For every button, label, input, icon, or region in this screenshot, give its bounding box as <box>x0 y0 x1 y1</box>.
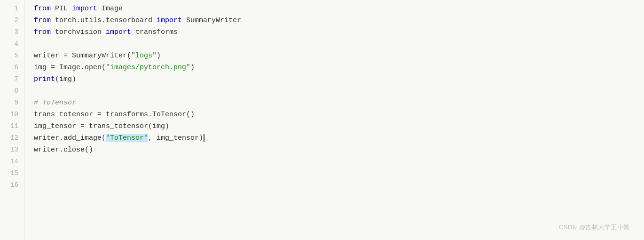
string-literal-selected: "ToTensor" <box>106 134 148 142</box>
code-line: writer = SummaryWriter("logs") <box>34 50 644 62</box>
keyword: from <box>34 5 51 13</box>
code-line: print(img) <box>34 73 644 85</box>
code-editor: 12345678910111213141516 from PIL import … <box>0 0 644 240</box>
line-number: 11 <box>0 120 24 132</box>
watermark: CSDN @吉林大学王小赣 <box>559 223 630 232</box>
text-cursor <box>204 134 204 142</box>
code-text: writer = SummaryWriter( <box>34 52 131 60</box>
code-text: torchvision <box>51 28 106 36</box>
code-line: trans_totensor = transforms.ToTensor() <box>34 109 644 120</box>
line-number: 12 <box>0 132 24 144</box>
keyword: from <box>34 28 51 36</box>
code-text: PIL <box>51 5 72 13</box>
comment: # ToTensor <box>34 99 76 107</box>
code-text: writer.close() <box>34 146 93 154</box>
code-text: (img) <box>55 75 76 83</box>
line-number: 2 <box>0 15 24 26</box>
code-line <box>34 179 644 191</box>
line-number: 6 <box>0 62 24 73</box>
code-line: img = Image.open("images/pytorch.png") <box>34 62 644 73</box>
code-line: from PIL import Image <box>34 3 644 15</box>
line-number: 13 <box>0 144 24 156</box>
keyword: print <box>34 75 55 83</box>
code-text: transforms <box>131 28 178 36</box>
code-line <box>34 85 644 97</box>
code-line <box>34 156 644 168</box>
code-text: img_tensor = trans_totensor(img) <box>34 122 169 130</box>
keyword: import <box>157 16 182 24</box>
code-text: ) <box>190 64 195 72</box>
code-line: img_tensor = trans_totensor(img) <box>34 120 644 132</box>
string-literal: "images/pytorch.png" <box>106 64 190 72</box>
code-text: img = Image.open( <box>34 64 106 72</box>
line-number: 10 <box>0 109 24 120</box>
keyword: import <box>106 28 131 36</box>
line-number: 16 <box>0 179 24 191</box>
line-number: 9 <box>0 97 24 109</box>
line-number: 5 <box>0 50 24 62</box>
keyword: from <box>34 16 51 24</box>
line-number: 15 <box>0 168 24 179</box>
code-line <box>34 168 644 179</box>
string-literal: "logs" <box>131 52 157 60</box>
code-line: writer.add_image("ToTensor", img_tensor) <box>34 132 644 144</box>
code-text: writer.add_image( <box>34 134 106 142</box>
code-text: Image <box>97 5 123 13</box>
line-number: 4 <box>0 38 24 50</box>
line-number: 7 <box>0 73 24 85</box>
code-text: torch.utils.tensorboard <box>51 16 157 24</box>
line-number: 14 <box>0 156 24 168</box>
line-number: 1 <box>0 3 24 15</box>
code-line: # ToTensor <box>34 97 644 109</box>
line-number: 3 <box>0 26 24 38</box>
code-area[interactable]: from PIL import Imagefrom torch.utils.te… <box>24 0 644 240</box>
code-line: writer.close() <box>34 144 644 156</box>
code-text: trans_totensor = transforms.ToTensor() <box>34 111 195 119</box>
code-line: from torch.utils.tensorboard import Summ… <box>34 15 644 26</box>
code-text: ) <box>157 52 161 60</box>
keyword: import <box>72 5 97 13</box>
code-line: from torchvision import transforms <box>34 26 644 38</box>
code-line <box>34 38 644 50</box>
code-text: SummaryWriter <box>182 16 241 24</box>
line-numbers: 12345678910111213141516 <box>0 0 24 240</box>
line-number: 8 <box>0 85 24 97</box>
code-text: , img_tensor) <box>148 134 203 142</box>
